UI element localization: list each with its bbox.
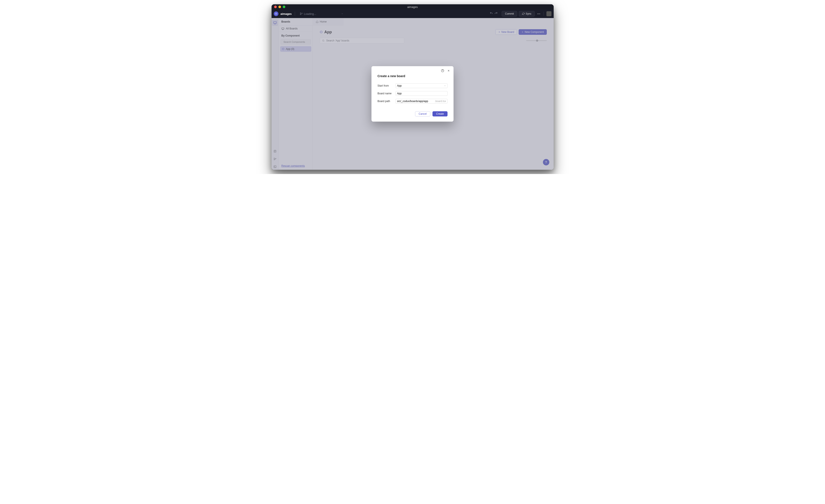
app-window: aimages aimages Loading... Commit Sync	[272, 4, 554, 170]
modal-header	[377, 69, 451, 73]
project-name: aimages	[281, 12, 292, 15]
close-icon	[447, 69, 450, 72]
titlebar: aimages	[272, 4, 554, 9]
modal-title: Create a new board	[377, 74, 448, 78]
create-board-modal: Create a new board Start from App Board …	[371, 66, 454, 122]
sync-icon	[522, 12, 525, 15]
modal-close-button[interactable]	[447, 69, 451, 73]
traffic-lights	[274, 6, 285, 8]
svg-point-1	[300, 14, 301, 15]
sync-button[interactable]: Sync	[519, 11, 535, 16]
more-menu-button[interactable]	[536, 13, 541, 15]
help-circle-icon	[441, 69, 444, 72]
cancel-button[interactable]: Cancel	[415, 111, 430, 117]
svg-point-2	[302, 13, 302, 13]
board-name-input[interactable]	[395, 91, 448, 96]
chevron-down-icon	[341, 13, 343, 15]
board-path-suffix: .board.tsx	[435, 100, 446, 103]
redo-button[interactable]	[494, 11, 498, 16]
start-from-label: Start from	[377, 84, 392, 87]
form-row-start-from: Start from App	[377, 83, 448, 88]
svg-point-0	[300, 13, 301, 13]
window-title: aimages	[407, 5, 418, 9]
commit-button[interactable]: Commit	[502, 11, 517, 16]
minimize-window-icon[interactable]	[279, 6, 281, 8]
create-button[interactable]: Create	[433, 111, 448, 117]
modal-help-button[interactable]	[441, 69, 445, 73]
form-row-board-name: Board name	[377, 91, 448, 96]
topbar-left: aimages Loading...	[274, 11, 345, 16]
chevron-down-icon	[444, 85, 446, 87]
app-logo-icon[interactable]	[274, 11, 279, 16]
modal-overlay[interactable]: Create a new board Start from App Board …	[272, 18, 554, 170]
board-path-field[interactable]: .board.tsx	[395, 99, 448, 103]
branch-selector[interactable]: Loading...	[298, 11, 345, 16]
branch-status: Loading...	[304, 12, 316, 15]
board-name-label: Board name	[377, 92, 392, 95]
close-window-icon[interactable]	[274, 6, 277, 8]
topbar-right: Commit Sync	[489, 11, 551, 16]
undo-redo	[489, 11, 498, 16]
divider	[543, 12, 544, 16]
form-row-board-path: Board path .board.tsx	[377, 99, 448, 103]
start-from-select[interactable]: App	[395, 83, 448, 88]
content: Boards All Boards By Component App (0) R…	[272, 18, 554, 170]
user-avatar[interactable]	[546, 11, 551, 16]
divider	[295, 12, 295, 16]
board-path-input[interactable]	[397, 100, 435, 103]
maximize-window-icon[interactable]	[283, 6, 285, 8]
topbar: aimages Loading... Commit Sync	[272, 9, 554, 18]
undo-button[interactable]	[489, 11, 494, 16]
modal-actions: Cancel Create	[377, 111, 448, 117]
branch-icon	[300, 12, 303, 15]
board-path-label: Board path	[377, 100, 392, 103]
